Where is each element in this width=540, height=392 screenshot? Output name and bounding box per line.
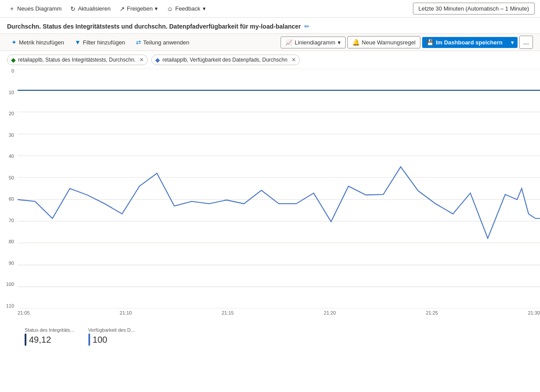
- chart-type-button[interactable]: 📈 Liniendiagramm ▾: [281, 37, 346, 48]
- save-icon: 💾: [427, 39, 434, 46]
- metric-icon: ✦: [11, 39, 17, 46]
- y-label-10: 10: [0, 90, 14, 95]
- tag-integrity: ◆ retailapplb, Status des Integritätstes…: [7, 55, 148, 65]
- x-label-2125: 21:25: [426, 310, 438, 315]
- new-alert-button[interactable]: 🔔 Neue Warnungsregel: [347, 36, 420, 48]
- page-title: Durchschn. Status des Integritätstests u…: [7, 23, 301, 30]
- tag-availability-close[interactable]: ✕: [292, 57, 296, 63]
- chart-area: 110 100 90 80 70 60 50 40 30 20 10 0: [0, 69, 540, 324]
- legend-color-availability: [88, 333, 90, 346]
- plus-icon: ＋: [9, 5, 15, 13]
- feedback-icon: ☺: [167, 5, 173, 12]
- legend-value-availability: 100: [93, 335, 107, 345]
- y-label-0: 0: [0, 69, 14, 73]
- legend-item-integrity: Status des Integritäts... 49,12: [25, 327, 74, 346]
- main-content: Durchschn. Status des Integritätstests u…: [0, 18, 540, 392]
- new-diagram-button[interactable]: ＋ Neues Diagramm: [5, 3, 65, 15]
- legend-value-row-availability: 100: [88, 333, 135, 346]
- save-dashboard-dropdown-button[interactable]: ▾: [507, 37, 518, 48]
- x-axis: 21:05 21:10 21:15 21:20 21:25 21:30: [0, 308, 540, 315]
- more-options-button[interactable]: ...: [519, 36, 533, 49]
- time-selector-button[interactable]: Letzte 30 Minuten (Automatisch – 1 Minut…: [413, 3, 535, 15]
- tag-integrity-icon: ◆: [11, 56, 16, 63]
- x-label-2120: 21:20: [324, 310, 336, 315]
- feedback-dropdown-icon: ▾: [203, 5, 206, 12]
- tags-bar: ◆ retailapplb, Status des Integritätstes…: [0, 51, 540, 69]
- legend-value-integrity: 49,12: [29, 335, 51, 345]
- y-label-100: 100: [0, 282, 14, 287]
- chart-type-dropdown-icon: ▾: [338, 39, 341, 46]
- title-bar: Durchschn. Status des Integritätstests u…: [0, 18, 540, 33]
- action-bar: ✦ Metrik hinzufügen ▼ Filter hinzufügen …: [0, 33, 540, 51]
- apply-split-button[interactable]: ⇄ Teilung anwenden: [131, 37, 194, 48]
- filter-icon: ▼: [75, 39, 81, 46]
- x-label-2115: 21:15: [222, 310, 234, 315]
- tag-integrity-text: retailapplb, Status des Integritätstests…: [18, 57, 135, 63]
- right-actions: 📈 Liniendiagramm ▾ 🔔 Neue Warnungsregel …: [281, 36, 533, 49]
- share-dropdown-icon: ▾: [155, 5, 158, 12]
- x-label-2110: 21:10: [120, 310, 132, 315]
- tag-availability-icon: ◆: [155, 56, 160, 63]
- y-label-80: 80: [0, 239, 14, 244]
- add-filter-button[interactable]: ▼ Filter hinzufügen: [70, 37, 130, 48]
- chart-svg-area: [18, 69, 540, 308]
- tag-integrity-close[interactable]: ✕: [139, 57, 144, 63]
- share-icon: ↗: [120, 5, 125, 12]
- edit-title-icon[interactable]: ✏: [304, 23, 310, 30]
- y-label-90: 90: [0, 261, 14, 266]
- y-label-50: 50: [0, 176, 14, 180]
- y-label-70: 70: [0, 218, 14, 223]
- y-label-110: 110: [0, 304, 14, 308]
- y-label-60: 60: [0, 197, 14, 201]
- tag-availability: ◆ retailapplb, Verfügbarkeit des Datenpf…: [151, 55, 299, 65]
- chart-inner: 110 100 90 80 70 60 50 40 30 20 10 0: [0, 69, 540, 308]
- refresh-icon: ↻: [70, 5, 76, 12]
- legend-value-row-integrity: 49,12: [25, 333, 74, 346]
- y-label-30: 30: [0, 133, 14, 138]
- x-label-2130: 21:30: [528, 310, 540, 315]
- tag-availability-text: retailapplb, Verfügbarkeit des Datenpfad…: [162, 57, 287, 63]
- add-metric-button[interactable]: ✦ Metrik hinzufügen: [7, 37, 69, 48]
- y-label-40: 40: [0, 154, 14, 159]
- x-label-2105: 21:05: [18, 310, 30, 315]
- legend-item-availability: Verfügbarkeit des D... 100: [88, 327, 135, 346]
- top-toolbar: ＋ Neues Diagramm ↻ Aktualisieren ↗ Freig…: [0, 0, 540, 18]
- share-button[interactable]: ↗ Freigeben ▾: [116, 4, 162, 14]
- linechart-icon: 📈: [285, 39, 292, 46]
- alert-icon: 🔔: [352, 39, 360, 46]
- y-label-20: 20: [0, 111, 14, 116]
- chart-svg: [18, 69, 540, 308]
- legend-label-integrity: Status des Integritäts...: [25, 327, 74, 333]
- update-button[interactable]: ↻ Aktualisieren: [67, 4, 114, 14]
- legend-color-integrity: [25, 333, 26, 346]
- legend-label-availability: Verfügbarkeit des D...: [88, 327, 135, 333]
- legend-area: Status des Integritäts... 49,12 Verfügba…: [0, 324, 540, 346]
- save-dashboard-button[interactable]: 💾 Im Dashboard speichern: [422, 37, 507, 48]
- save-dashboard-group: 💾 Im Dashboard speichern ▾: [422, 37, 518, 48]
- split-icon: ⇄: [136, 39, 141, 46]
- y-axis: 110 100 90 80 70 60 50 40 30 20 10 0: [0, 69, 18, 308]
- feedback-button[interactable]: ☺ Feedback ▾: [163, 4, 209, 14]
